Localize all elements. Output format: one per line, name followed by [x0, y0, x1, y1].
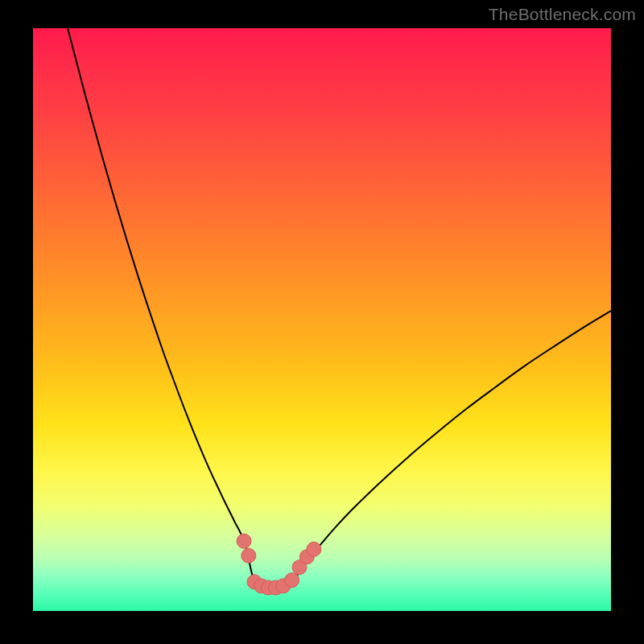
- curve-left: [68, 28, 255, 586]
- marker-dot: [285, 573, 299, 588]
- marker-dot: [242, 548, 256, 563]
- watermark-text: TheBottleneck.com: [489, 5, 636, 24]
- curve-layer: [33, 28, 611, 611]
- marker-dot: [307, 542, 321, 556]
- curve-right: [288, 311, 611, 586]
- plot-area: [33, 28, 611, 611]
- marker-dot: [237, 534, 251, 548]
- chart-frame: TheBottleneck.com: [0, 0, 644, 644]
